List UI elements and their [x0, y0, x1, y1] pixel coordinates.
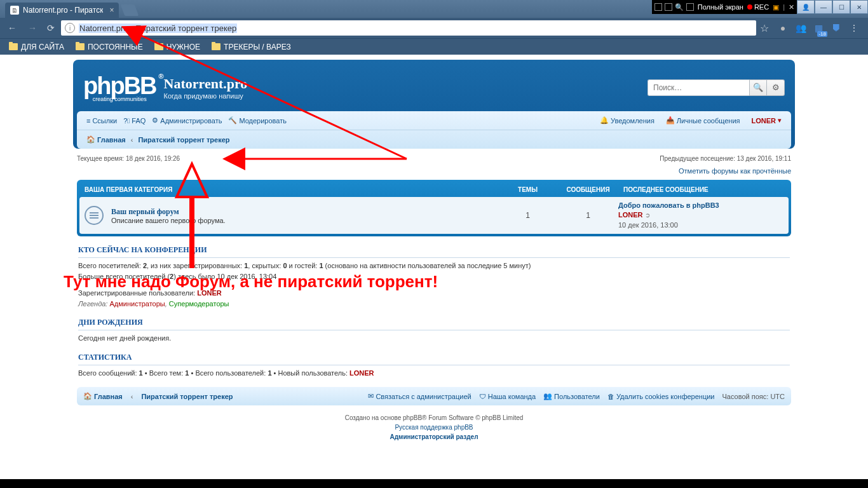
- forum-last-post: Добро пожаловать в phpBB3 LONER➲ 10 дек …: [618, 201, 783, 230]
- online-user-link[interactable]: LONER: [197, 289, 222, 297]
- search-button[interactable]: 🔍: [749, 79, 767, 96]
- group-admins-link[interactable]: Администраторы: [109, 300, 165, 308]
- timezone-label: Часовой пояс: UTC: [722, 393, 785, 400]
- close-tab-icon[interactable]: ×: [109, 6, 114, 15]
- members-link[interactable]: 👥 Пользователи: [543, 392, 600, 400]
- home-icon: 🏠: [83, 392, 92, 400]
- bell-icon: 🔔: [600, 116, 609, 125]
- birthdays-body: Сегодня нет дней рождения.: [73, 333, 795, 344]
- advanced-search-button[interactable]: ⚙: [767, 79, 785, 96]
- lastpost-user-link[interactable]: LONER: [618, 211, 643, 219]
- category-header: ВАША ПЕРВАЯ КАТЕГОРИЯ ТЕМЫ СООБЩЕНИЯ ПОС…: [79, 182, 789, 197]
- maximize-button[interactable]: ☐: [832, 0, 850, 14]
- forum-row: Ваш первый форум Описание вашего первого…: [79, 197, 789, 234]
- logo-area[interactable]: phpBB® creating communities Natorrent.pr…: [83, 72, 247, 102]
- favicon-icon: 🗎: [10, 6, 19, 15]
- footer-breadcrumb-link[interactable]: Пиратский торрент трекер: [141, 393, 233, 400]
- stats-body: Всего сообщений: 1 • Всего тем: 1 • Всег…: [73, 368, 795, 379]
- mark-read-row: Отметить форумы как прочтённые: [73, 165, 795, 177]
- user-icon[interactable]: 👤: [797, 0, 815, 14]
- whois-heading[interactable]: КТО СЕЙЧАС НА КОНФЕРЕНЦИИ: [78, 243, 790, 258]
- group-mods-link[interactable]: Супермодераторы: [169, 300, 229, 308]
- bookmark-star-icon[interactable]: ☆: [760, 22, 769, 34]
- page-viewport[interactable]: phpBB® creating communities Natorrent.pr…: [0, 55, 868, 488]
- user-menu[interactable]: LONER ▾: [749, 115, 785, 126]
- bookmark-folder[interactable]: ДЛЯ САЙТА: [4, 41, 69, 53]
- acp-link[interactable]: Администраторский раздел: [390, 433, 478, 440]
- close-window-button[interactable]: ✕: [850, 0, 868, 14]
- bookmark-folder[interactable]: ПОСТОЯННЫЕ: [71, 41, 148, 53]
- camera-icon[interactable]: ▣: [773, 3, 779, 11]
- pm-link[interactable]: 📥Личные сообщения: [663, 115, 743, 126]
- omnibox[interactable]: i Natorrent.pro - Пиратский торрент трек…: [61, 20, 756, 36]
- info-icon[interactable]: i: [65, 23, 75, 33]
- footer-home-link[interactable]: 🏠 Главная: [83, 392, 123, 400]
- faq-link[interactable]: ?⃝FAQ: [120, 116, 149, 126]
- forward-button[interactable]: →: [24, 20, 41, 36]
- forum-topics-count: 1: [498, 211, 558, 220]
- whois-body: Всего посетителей: 2, из них зарегистрир…: [73, 261, 795, 309]
- back-button[interactable]: ←: [4, 20, 20, 36]
- header-search: 🔍 ⚙: [648, 79, 785, 96]
- copyright: Создано на основе phpBB® Forum Software …: [73, 409, 795, 451]
- newest-user-link[interactable]: LONER: [349, 369, 374, 377]
- contact-admin-link[interactable]: ✉ Связаться с администрацией: [368, 392, 471, 400]
- current-time: Текущее время: 18 дек 2016, 19:26: [77, 155, 180, 162]
- new-tab-button[interactable]: [121, 4, 139, 16]
- forum-title-link[interactable]: Ваш первый форум: [111, 207, 179, 216]
- breadcrumb: 🏠 Главная ‹ Пиратский торрент трекер: [77, 130, 791, 149]
- menu-icon[interactable]: ⋮: [848, 22, 860, 34]
- address-bar: ← → ⟳ i Natorrent.pro - Пиратский торрен…: [0, 18, 868, 38]
- forum-description: Описание вашего первого форума.: [111, 217, 498, 224]
- team-link[interactable]: 🛡 Наша команда: [479, 393, 536, 400]
- quick-links[interactable]: ≡Ссылки: [83, 116, 120, 126]
- recording-toolbar: 🔍 Полный экран REC ▣ | ✕: [652, 0, 797, 14]
- support-link[interactable]: Русская поддержка phpBB: [395, 424, 473, 431]
- forum-header: phpBB® creating communities Natorrent.pr…: [73, 60, 795, 149]
- minimize-button[interactable]: —: [815, 0, 832, 14]
- lastpost-time: 10 дек 2016, 13:00: [618, 221, 678, 229]
- browser-tab[interactable]: 🗎 Natorrent.pro - Пиратск ×: [5, 3, 119, 18]
- record-dot-icon: [747, 4, 752, 10]
- moderate-link[interactable]: 🔨Модерировать: [225, 115, 290, 126]
- url-text: Natorrent.pro - Пиратский торрент трекер: [79, 24, 237, 33]
- extension-icon[interactable]: ▦-18: [812, 22, 825, 34]
- inbox-icon: 📥: [666, 116, 675, 125]
- bookmark-folder[interactable]: ТРЕКЕРЫ / ВАРЕЗ: [207, 41, 296, 53]
- record-tool-icon[interactable]: [654, 3, 662, 11]
- navbar: ≡Ссылки ?⃝FAQ ⚙Администрировать 🔨Модерир…: [77, 111, 791, 149]
- tab-title: Natorrent.pro - Пиратск: [23, 6, 103, 15]
- shield-icon: 🛡: [479, 393, 486, 400]
- search-small-icon[interactable]: 🔍: [675, 3, 684, 11]
- forum-posts-count: 1: [558, 211, 618, 220]
- home-icon: 🏠: [86, 135, 95, 144]
- close-rec-icon[interactable]: ✕: [789, 3, 794, 11]
- time-row: Текущее время: 18 дек 2016, 19:26 Предыд…: [73, 152, 795, 165]
- search-icon: 🔍: [753, 83, 763, 92]
- mark-forums-read-link[interactable]: Отметить форумы как прочтённые: [679, 167, 791, 175]
- breadcrumb-forum[interactable]: Пиратский торрент трекер: [135, 135, 233, 145]
- delete-cookies-link[interactable]: 🗑 Удалить cookies конференции: [607, 393, 715, 400]
- record-tool-icon[interactable]: [665, 3, 672, 11]
- stats-heading: СТАТИСТИКА: [78, 350, 790, 365]
- extension-icon[interactable]: ●: [776, 22, 789, 34]
- col-topics-header: ТЕМЫ: [498, 186, 558, 193]
- extension-icon[interactable]: ⛊: [830, 22, 843, 34]
- lastpost-title-link[interactable]: Добро пожаловать в phpBB3: [618, 201, 719, 209]
- notifications-link[interactable]: 🔔Уведомления: [597, 115, 658, 126]
- bookmark-folder[interactable]: НУЖНОЕ: [149, 41, 205, 53]
- category-title[interactable]: ВАША ПЕРВАЯ КАТЕГОРИЯ: [85, 186, 498, 193]
- envelope-icon: ✉: [368, 392, 374, 400]
- site-title: Natorrent.pro: [164, 76, 248, 92]
- search-input[interactable]: [648, 79, 749, 96]
- window-controls: 🔍 Полный экран REC ▣ | ✕ 👤 — ☐ ✕: [652, 0, 868, 14]
- goto-lastpost-icon[interactable]: ➲: [645, 212, 650, 219]
- extension-icon[interactable]: 👥: [794, 22, 807, 34]
- record-tool-icon[interactable]: [686, 3, 694, 11]
- reload-button[interactable]: ⟳: [44, 23, 57, 33]
- extension-icons: ● 👥 ▦-18 ⛊ ⋮: [773, 22, 864, 34]
- folder-icon: [76, 43, 85, 50]
- admin-link[interactable]: ⚙Администрировать: [149, 115, 225, 126]
- trash-icon: 🗑: [607, 393, 614, 400]
- breadcrumb-home[interactable]: 🏠 Главная: [83, 134, 129, 145]
